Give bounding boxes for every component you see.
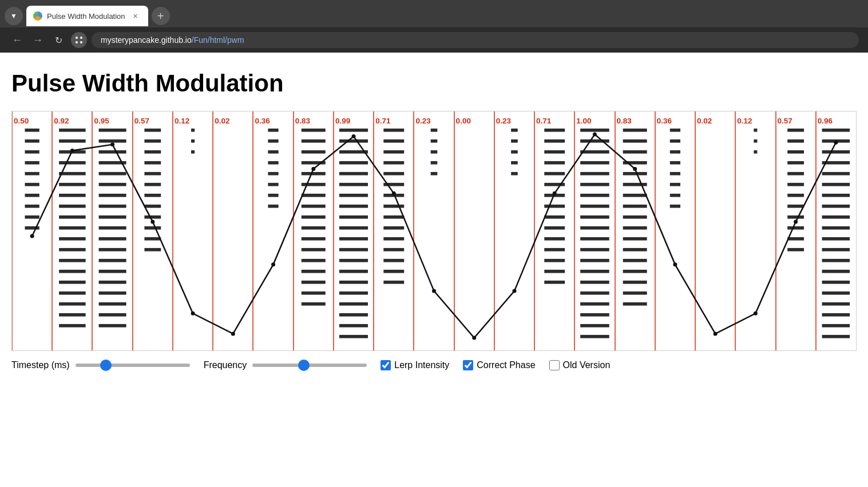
url-path: /Fun/html/pwm [192,35,244,45]
frequency-slider[interactable] [252,364,367,367]
address-bar-row: ← → ↻ mysterypancake.github.io/Fun/html/… [0,27,868,53]
lerp-checkbox[interactable] [381,360,391,370]
extensions-button[interactable] [71,32,87,48]
correct-phase-checkbox[interactable] [463,360,473,370]
url-domain: mysterypancake.github.io [101,35,192,45]
svg-point-3 [80,41,82,43]
timestep-label: Timestep (ms) [11,360,70,370]
active-tab[interactable]: Pulse Width Modulation × [26,6,148,26]
svg-point-0 [76,37,78,39]
pwm-canvas [12,111,856,350]
refresh-button[interactable]: ↻ [50,32,66,48]
old-version-control: Old Version [549,360,611,370]
tab-title: Pulse Width Modulation [47,12,125,21]
page-content: Pulse Width Modulation Timestep (ms) Fre… [0,53,868,487]
new-tab-button[interactable]: + [152,7,170,25]
pwm-visualization [11,111,857,351]
lerp-control: Lerp Intensity [381,360,449,370]
tab-bar: ▼ Pulse Width Modulation × + [0,0,868,27]
forward-button[interactable]: → [30,32,46,48]
tab-close-button[interactable]: × [130,10,141,22]
correct-phase-control: Correct Phase [463,360,535,370]
timestep-control: Timestep (ms) [11,360,190,370]
correct-phase-label: Correct Phase [477,360,535,370]
tab-dropdown-button[interactable]: ▼ [5,7,23,25]
old-version-checkbox[interactable] [549,360,560,370]
old-version-label: Old Version [563,360,611,370]
tab-favicon [33,11,42,21]
lerp-label: Lerp Intensity [394,360,449,370]
timestep-slider[interactable] [76,364,190,367]
frequency-label: Frequency [204,360,247,370]
back-button[interactable]: ← [9,32,25,48]
svg-point-1 [80,37,82,39]
frequency-control: Frequency [204,360,367,370]
controls-row: Timestep (ms) Frequency Lerp Intensity C… [11,360,857,370]
page-title: Pulse Width Modulation [11,70,857,97]
svg-point-2 [76,41,78,43]
browser-chrome: ▼ Pulse Width Modulation × + ← → ↻ myste… [0,0,868,53]
